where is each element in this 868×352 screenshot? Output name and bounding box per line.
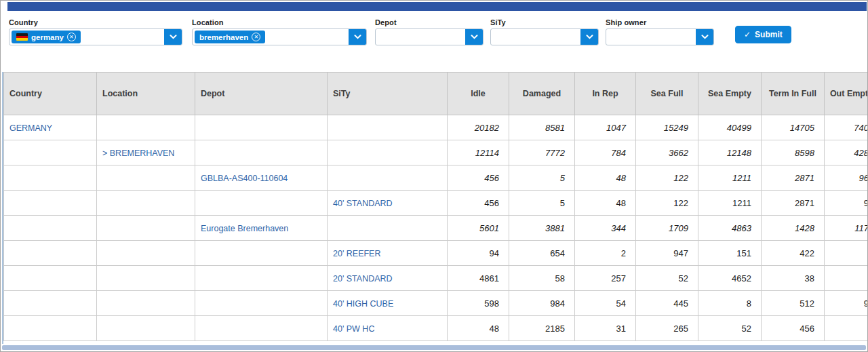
- cell-location: [97, 165, 195, 191]
- cell-damaged: 5: [509, 165, 575, 191]
- remove-chip-icon[interactable]: ✕: [252, 33, 260, 41]
- filter-sity-label: SiTy: [490, 18, 599, 26]
- filter-country-select[interactable]: germany✕: [9, 28, 182, 45]
- cell-sity: 20' REEFER: [328, 241, 448, 266]
- drilldown-link[interactable]: GERMANY: [9, 123, 52, 133]
- drilldown-link[interactable]: 40' STANDARD: [333, 199, 393, 208]
- filter-depot-values[interactable]: [376, 29, 465, 45]
- cell-in-rep: 54: [575, 291, 636, 316]
- cell-sea-full: 122: [636, 165, 698, 191]
- drilldown-link[interactable]: 20' STANDARD: [333, 274, 393, 283]
- filter-country-label: Country: [9, 18, 182, 26]
- drilldown-link[interactable]: GBLBA-AS400-110604: [201, 174, 288, 183]
- cell-in-rep: 784: [575, 140, 636, 165]
- cell-sity: [328, 165, 448, 191]
- column-header-country: Country: [4, 73, 97, 115]
- submit-label: Submit: [755, 30, 783, 39]
- cell-sity: [328, 140, 448, 165]
- cell-in-rep: 1047: [575, 115, 636, 140]
- filter-country-values[interactable]: germany✕: [9, 29, 164, 45]
- cell-damaged: 984: [509, 291, 575, 316]
- cell-location: [97, 115, 195, 140]
- cell-country: [4, 216, 97, 241]
- filter-ship-owner: Ship owner: [606, 18, 714, 45]
- cell-country: [4, 241, 97, 266]
- cell-sea-full: 947: [636, 241, 698, 266]
- cell-damaged: 5: [509, 191, 575, 216]
- germany-flag-icon: [16, 33, 28, 41]
- chevron-down-icon[interactable]: [696, 29, 713, 45]
- cell-depot: [195, 191, 328, 216]
- cell-in-rep: 344: [575, 216, 636, 241]
- cell-country: [4, 191, 97, 216]
- chevron-down-icon[interactable]: [164, 29, 182, 45]
- remove-chip-icon[interactable]: ✕: [67, 33, 76, 41]
- cell-idle: 456: [448, 191, 509, 216]
- cell-in-rep: 2: [575, 241, 636, 266]
- drilldown-link[interactable]: 40' HIGH CUBE: [333, 299, 393, 309]
- column-header-idle: Idle: [448, 73, 509, 115]
- selected-chip-germany[interactable]: germany✕: [12, 31, 81, 43]
- cell-sea-full: 122: [636, 191, 698, 216]
- filter-ship-owner-label: Ship owner: [606, 18, 714, 26]
- chevron-down-icon[interactable]: [580, 29, 598, 45]
- cell-location: [97, 241, 195, 266]
- app-window: Countrygermany✕Locationbremerhaven✕Depot…: [0, 0, 868, 352]
- cell-idle: 456: [448, 165, 509, 191]
- cell-sea-full: 1709: [636, 216, 698, 241]
- cell-sity: 40' PW HC: [328, 316, 448, 341]
- filter-sity-select[interactable]: [490, 28, 599, 45]
- cell-depot: GBLBA-AS400-110604: [195, 165, 328, 191]
- drilldown-link[interactable]: 20' REEFER: [333, 249, 380, 258]
- filter-depot-label: Depot: [375, 18, 484, 26]
- chevron-down-icon[interactable]: [349, 29, 366, 45]
- cell-sea-empty: 1211: [698, 165, 762, 191]
- horizontal-scrollbar[interactable]: [2, 345, 866, 350]
- cell-out-empty: 9: [825, 291, 868, 316]
- chip-label: bremerhaven: [199, 33, 248, 41]
- filter-depot-select[interactable]: [375, 28, 484, 45]
- submit-button[interactable]: ✓ Submit: [735, 26, 791, 43]
- drilldown-link[interactable]: 40' PW HC: [333, 324, 374, 334]
- check-icon: ✓: [744, 30, 751, 39]
- column-header-out-empty: Out Empty: [825, 73, 868, 115]
- filter-location-select[interactable]: bremerhaven✕: [192, 28, 367, 45]
- cell-out-empty: 9: [825, 191, 868, 216]
- cell-sea-empty: 151: [698, 241, 762, 266]
- cell-sea-full: 52: [636, 266, 698, 291]
- filter-ship-owner-values[interactable]: [606, 29, 696, 45]
- results-table: CountryLocationDepotSiTyIdleDamagedIn Re…: [3, 72, 867, 341]
- cell-country: [4, 291, 97, 316]
- table-row: Eurogate Bremerhaven56013881344170948631…: [4, 216, 868, 241]
- drilldown-link[interactable]: > BREMERHAVEN: [102, 149, 174, 158]
- cell-damaged: 3881: [509, 216, 575, 241]
- cell-country: GERMANY: [4, 115, 97, 140]
- filter-depot: Depot: [375, 18, 484, 45]
- cell-term-in-full: 2871: [762, 191, 825, 216]
- column-header-location: Location: [97, 73, 195, 115]
- selected-chip-bremerhaven[interactable]: bremerhaven✕: [195, 31, 265, 43]
- cell-sea-empty: 4863: [698, 216, 762, 241]
- cell-sea-full: 445: [636, 291, 698, 316]
- cell-damaged: 58: [509, 266, 575, 291]
- table-row: 40' STANDARD456548122121128719: [4, 191, 868, 216]
- filter-location-values[interactable]: bremerhaven✕: [193, 29, 349, 45]
- cell-out-empty: [825, 241, 868, 266]
- filter-ship-owner-select[interactable]: [606, 28, 714, 45]
- drilldown-link[interactable]: Eurogate Bremerhaven: [201, 224, 288, 233]
- filter-sity-values[interactable]: [491, 29, 580, 45]
- cell-sity: [328, 115, 448, 140]
- cell-term-in-full: 8598: [762, 140, 825, 165]
- filter-sity: SiTy: [490, 18, 599, 45]
- cell-depot: [195, 291, 328, 316]
- cell-in-rep: 31: [575, 316, 636, 341]
- cell-idle: 48: [448, 316, 509, 341]
- results-table-wrap: CountryLocationDepotSiTyIdleDamagedIn Re…: [2, 72, 867, 344]
- chevron-down-icon[interactable]: [465, 29, 483, 45]
- cell-damaged: 8581: [509, 115, 575, 140]
- column-header-sea-full: Sea Full: [636, 73, 698, 115]
- column-header-sity: SiTy: [328, 73, 448, 115]
- cell-sea-full: 3662: [636, 140, 698, 165]
- table-row: 20' REEFER946542947151422: [4, 241, 868, 266]
- cell-in-rep: 48: [575, 191, 636, 216]
